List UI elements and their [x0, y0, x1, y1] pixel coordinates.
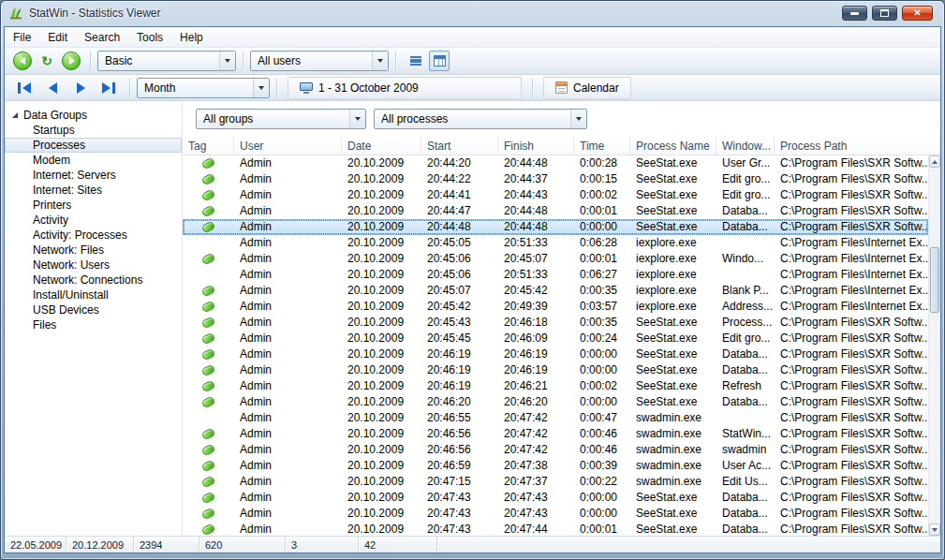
tree-item-network-users[interactable]: Network: Users	[5, 258, 182, 273]
groups-filter-dropdown[interactable]: All groups	[196, 109, 366, 129]
back-button[interactable]	[13, 52, 32, 70]
table-row[interactable]: Admin 20.10.2009 20:47:43 20:47:44 0:00:…	[183, 522, 928, 536]
tag-icon[interactable]	[201, 301, 216, 314]
tag-icon[interactable]	[201, 364, 216, 377]
table-row[interactable]: Admin 20.10.2009 20:45:43 20:46:18 0:00:…	[183, 315, 928, 331]
table-row[interactable]: Admin 20.10.2009 20:46:56 20:47:42 0:00:…	[183, 442, 928, 458]
tag-icon[interactable]	[201, 189, 216, 202]
processes-filter-dropdown[interactable]: All processes	[374, 109, 587, 129]
tree-item-network-files[interactable]: Network: Files	[5, 243, 182, 258]
tag-icon[interactable]	[201, 317, 216, 330]
column-header-start[interactable]: Start	[421, 137, 498, 155]
table-row[interactable]: Admin 20.10.2009 20:44:20 20:44:48 0:00:…	[183, 155, 928, 171]
close-button[interactable]: ✕	[902, 6, 933, 21]
minimize-button[interactable]	[842, 6, 867, 21]
table-row[interactable]: Admin 20.10.2009 20:45:06 20:51:33 0:06:…	[183, 267, 928, 283]
table-row[interactable]: Admin 20.10.2009 20:44:48 20:44:48 0:00:…	[183, 219, 928, 235]
menu-item-tools[interactable]: Tools	[128, 27, 171, 47]
tag-icon[interactable]	[201, 173, 216, 186]
table-row[interactable]: Admin 20.10.2009 20:44:41 20:44:43 0:00:…	[183, 187, 928, 203]
menu-item-edit[interactable]: Edit	[39, 27, 76, 47]
tag-icon[interactable]	[201, 205, 216, 218]
column-header-path[interactable]: Process Path	[775, 137, 940, 155]
menu-item-help[interactable]: Help	[171, 27, 212, 47]
maximize-button[interactable]	[872, 6, 897, 21]
next-period-button[interactable]	[68, 77, 93, 99]
cell-start: 20:46:56	[421, 442, 498, 458]
tag-icon[interactable]	[201, 492, 216, 505]
tag-icon[interactable]	[201, 157, 216, 170]
tag-icon[interactable]	[201, 428, 216, 441]
scrollbar-thumb[interactable]	[930, 247, 939, 313]
tag-icon[interactable]	[201, 523, 216, 536]
table-row[interactable]: Admin 20.10.2009 20:45:45 20:46:09 0:00:…	[183, 331, 928, 346]
tag-icon[interactable]	[201, 221, 216, 234]
table-row[interactable]: Admin 20.10.2009 20:46:59 20:47:38 0:00:…	[183, 458, 928, 474]
column-header-user[interactable]: User	[234, 137, 342, 155]
previous-period-button[interactable]	[40, 77, 65, 99]
tree-item-modem[interactable]: Modem	[5, 153, 182, 168]
table-row[interactable]: Admin 20.10.2009 20:44:22 20:44:37 0:00:…	[183, 171, 928, 187]
tree-item-install-uninstall[interactable]: Install/Uninstall	[5, 287, 182, 302]
column-header-date[interactable]: Date	[342, 137, 421, 155]
tag-icon[interactable]	[201, 285, 216, 298]
period-dropdown[interactable]: Month	[137, 78, 270, 98]
last-period-button[interactable]	[96, 77, 121, 99]
table-row[interactable]: Admin 20.10.2009 20:46:19 20:46:19 0:00:…	[183, 346, 928, 362]
table-row[interactable]: Admin 20.10.2009 20:44:47 20:44:48 0:00:…	[183, 203, 928, 219]
column-header-tag[interactable]: Tag	[183, 137, 234, 155]
tag-icon[interactable]	[201, 396, 216, 409]
table-row[interactable]: Admin 20.10.2009 20:46:19 20:46:21 0:00:…	[183, 378, 928, 394]
table-row[interactable]: Admin 20.10.2009 20:47:43 20:47:43 0:00:…	[183, 506, 928, 522]
table-row[interactable]: Admin 20.10.2009 20:46:55 20:47:42 0:00:…	[183, 410, 928, 426]
tag-icon[interactable]	[201, 444, 216, 457]
first-period-button[interactable]	[12, 77, 37, 99]
column-header-finish[interactable]: Finish	[498, 137, 574, 155]
tag-icon[interactable]	[201, 348, 216, 361]
table-row[interactable]: Admin 20.10.2009 20:45:05 20:51:33 0:06:…	[183, 235, 928, 251]
menu-item-search[interactable]: Search	[76, 27, 128, 47]
tree-item-activity[interactable]: Activity	[5, 213, 182, 228]
tree-item-activity-processes[interactable]: Activity: Processes	[5, 228, 182, 243]
menu-item-file[interactable]: File	[5, 27, 39, 47]
tag-icon[interactable]	[201, 508, 216, 521]
table-row[interactable]: Admin 20.10.2009 20:46:19 20:46:19 0:00:…	[183, 362, 928, 378]
tree-item-startups[interactable]: Startups	[5, 123, 182, 138]
tag-icon[interactable]	[201, 476, 216, 489]
tree-item-usb-devices[interactable]: USB Devices	[5, 302, 182, 317]
vertical-scrollbar[interactable]	[928, 155, 940, 536]
tree-item-processes[interactable]: Processes	[5, 138, 182, 153]
column-header-win[interactable]: Window...	[716, 137, 775, 155]
tree-item-network-connections[interactable]: Network: Connections	[5, 273, 182, 287]
tree-item-files[interactable]: Files	[5, 317, 182, 332]
table-row[interactable]: Admin 20.10.2009 20:46:20 20:46:20 0:00:…	[183, 394, 928, 410]
tree-expander-icon[interactable]	[12, 112, 18, 118]
table-row[interactable]: Admin 20.10.2009 20:45:42 20:49:39 0:03:…	[183, 299, 928, 315]
column-header-time[interactable]: Time	[574, 137, 630, 155]
scroll-down-button[interactable]	[929, 523, 940, 536]
table-row[interactable]: Admin 20.10.2009 20:47:43 20:47:43 0:00:…	[183, 490, 928, 506]
tag-icon[interactable]	[201, 380, 216, 393]
tag-icon[interactable]	[201, 253, 216, 266]
tree-item-internet-sites[interactable]: Internet: Sites	[5, 183, 182, 198]
date-range-display[interactable]: 1 - 31 October 2009	[288, 77, 522, 99]
table-row[interactable]: Admin 20.10.2009 20:46:56 20:47:42 0:00:…	[183, 426, 928, 442]
calendar-button[interactable]: Calendar	[543, 77, 631, 99]
report-view-button[interactable]	[406, 51, 426, 71]
profile-dropdown[interactable]: Basic	[97, 51, 236, 71]
forward-button[interactable]	[62, 52, 81, 70]
tag-icon[interactable]	[201, 460, 216, 473]
tree-item-internet-servers[interactable]: Internet: Servers	[5, 168, 182, 183]
table-row[interactable]: Admin 20.10.2009 20:47:15 20:47:37 0:00:…	[183, 474, 928, 490]
tree-item-printers[interactable]: Printers	[5, 198, 182, 213]
tree-root-data-groups[interactable]: Data Groups	[5, 107, 182, 123]
tag-icon[interactable]	[201, 332, 216, 346]
column-header-proc[interactable]: Process Name	[630, 137, 716, 155]
table-row[interactable]: Admin 20.10.2009 20:45:07 20:45:42 0:00:…	[183, 283, 928, 299]
refresh-button[interactable]: ↻	[37, 52, 56, 70]
users-dropdown[interactable]: All users	[250, 51, 389, 71]
cell-window-title: Databa...	[716, 346, 775, 362]
table-row[interactable]: Admin 20.10.2009 20:45:06 20:45:07 0:00:…	[183, 251, 928, 267]
table-view-button[interactable]	[429, 51, 450, 71]
scroll-up-button[interactable]	[929, 155, 940, 168]
